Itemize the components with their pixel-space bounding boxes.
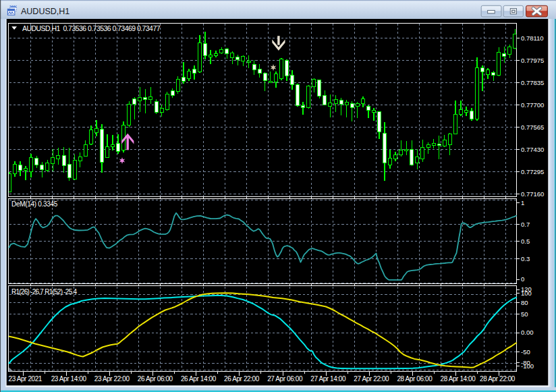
svg-text:100: 100 — [521, 289, 532, 297]
svg-text:0.77835: 0.77835 — [521, 79, 544, 86]
svg-text:26 Apr 22:00: 26 Apr 22:00 — [224, 375, 260, 383]
svg-text:27 Apr 14:00: 27 Apr 14:00 — [310, 375, 346, 383]
svg-text:R1(26) -26.7 R1(52) -25.4: R1(26) -26.7 R1(52) -25.4 — [11, 288, 77, 296]
svg-text:28 Apr 22:00: 28 Apr 22:00 — [480, 375, 516, 383]
svg-text:-50: -50 — [521, 348, 530, 356]
svg-text:28 Apr 06:00: 28 Apr 06:00 — [397, 375, 433, 383]
svg-text:26 Apr 14:00: 26 Apr 14:00 — [181, 375, 217, 383]
svg-text:27 Apr 06:00: 27 Apr 06:00 — [267, 375, 303, 383]
svg-text:0.78110: 0.78110 — [521, 34, 544, 42]
svg-text:0.77430: 0.77430 — [521, 146, 544, 153]
svg-text:0.77160: 0.77160 — [521, 190, 544, 198]
svg-text:0.77565: 0.77565 — [521, 123, 544, 131]
svg-text:DeM(14) 0.3345: DeM(14) 0.3345 — [11, 200, 58, 208]
svg-text:50: 50 — [521, 310, 528, 318]
svg-text:0.3: 0.3 — [521, 255, 530, 262]
svg-text:0.77295: 0.77295 — [521, 168, 544, 175]
svg-text:1: 1 — [521, 199, 524, 206]
svg-text:80: 80 — [521, 299, 528, 306]
svg-text:23 Apr 2021: 23 Apr 2021 — [9, 375, 43, 383]
svg-text:28 Apr 14:00: 28 Apr 14:00 — [441, 375, 476, 383]
svg-text:-100: -100 — [521, 362, 534, 370]
svg-text:AUDUSD,H1: AUDUSD,H1 — [21, 7, 70, 16]
svg-text:0.5: 0.5 — [521, 237, 530, 245]
svg-text:26 Apr 06:00: 26 Apr 06:00 — [138, 375, 173, 383]
svg-text:AUDUSD,H1 0.73536 0.73536 0.7: AUDUSD,H1 0.73536 0.73536 0.73469 0.7347… — [22, 24, 161, 32]
svg-text:27 Apr 22:00: 27 Apr 22:00 — [354, 375, 389, 383]
svg-text:0.7: 0.7 — [521, 221, 530, 228]
svg-text:23 Apr 14:00: 23 Apr 14:00 — [51, 375, 87, 383]
svg-text:0.77700: 0.77700 — [521, 101, 544, 109]
svg-text:0.77975: 0.77975 — [521, 57, 544, 64]
svg-text:0.00: 0.00 — [521, 329, 534, 336]
svg-text:23 Apr 22:00: 23 Apr 22:00 — [94, 375, 130, 383]
svg-text:0: 0 — [521, 275, 524, 283]
